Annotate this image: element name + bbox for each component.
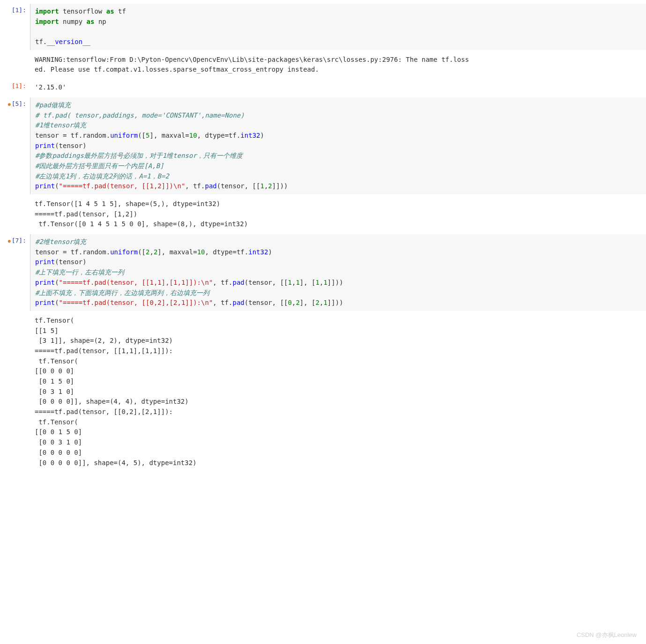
- output-prompt: [1]:: [0, 80, 30, 96]
- code-block[interactable]: #pad做填充 # tf.pad( tensor,paddings, mode=…: [35, 100, 641, 192]
- code-input[interactable]: import tensorflow as tf import numpy as …: [30, 4, 646, 50]
- output-text: '2.15.0': [35, 82, 641, 93]
- code-input[interactable]: #pad做填充 # tf.pad( tensor,paddings, mode=…: [30, 97, 646, 194]
- code-input[interactable]: #2维tensor填充 tensor = tf.random.uniform([…: [30, 234, 646, 311]
- input-prompt: ●[7]:: [0, 234, 30, 311]
- output-prompt: [0, 196, 30, 232]
- cell-row: ●[5]:#pad做填充 # tf.pad( tensor,paddings, …: [0, 97, 646, 194]
- stdout-output: tf.Tensor([1 4 5 1 5], shape=(5,), dtype…: [30, 196, 646, 232]
- notebook-container: [1]:import tensorflow as tf import numpy…: [0, 4, 646, 471]
- modified-dot-icon: ●: [8, 102, 11, 107]
- input-prompt: ●[5]:: [0, 97, 30, 194]
- output-text: tf.Tensor( [[1 5] [3 1]], shape=(2, 2), …: [35, 316, 641, 468]
- cell-row: tf.Tensor( [[1 5] [3 1]], shape=(2, 2), …: [0, 313, 646, 471]
- output-prompt: [0, 52, 30, 78]
- cell-row: [1]:import tensorflow as tf import numpy…: [0, 4, 646, 50]
- output-text: WARNING:tensorflow:From D:\Pyton-Opencv\…: [35, 55, 641, 75]
- cell-row: tf.Tensor([1 4 5 1 5], shape=(5,), dtype…: [0, 196, 646, 232]
- stdout-output: WARNING:tensorflow:From D:\Pyton-Opencv\…: [30, 52, 646, 78]
- prompt-label: [1]:: [12, 7, 26, 14]
- cell-row: ●[7]:#2维tensor填充 tensor = tf.random.unif…: [0, 234, 646, 311]
- execution-result: '2.15.0': [30, 80, 646, 96]
- code-block[interactable]: import tensorflow as tf import numpy as …: [35, 7, 641, 47]
- cell-row: WARNING:tensorflow:From D:\Pyton-Opencv\…: [0, 52, 646, 78]
- modified-dot-icon: ●: [8, 238, 11, 244]
- output-prompt: [0, 313, 30, 471]
- prompt-label: [1]:: [12, 82, 26, 89]
- prompt-label: [7]:: [12, 237, 26, 244]
- stdout-output: tf.Tensor( [[1 5] [3 1]], shape=(2, 2), …: [30, 313, 646, 471]
- prompt-label: [5]:: [12, 100, 26, 107]
- input-prompt: [1]:: [0, 4, 30, 50]
- cell-row: [1]:'2.15.0': [0, 80, 646, 96]
- output-text: tf.Tensor([1 4 5 1 5], shape=(5,), dtype…: [35, 199, 641, 229]
- code-block[interactable]: #2维tensor填充 tensor = tf.random.uniform([…: [35, 237, 641, 308]
